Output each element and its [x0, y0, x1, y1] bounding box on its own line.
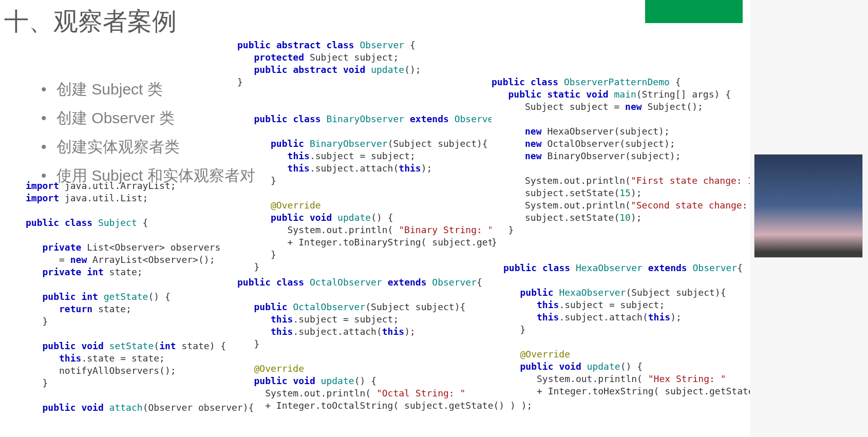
bullet-item: 创建 Observer 类 — [41, 104, 255, 132]
accent-bar — [645, 0, 743, 23]
code-octal: public class OctalObserver extends Obser… — [237, 276, 532, 412]
bullet-item: 创建 Subject 类 — [41, 75, 255, 104]
bullet-item: 创建实体观察者类 — [41, 132, 255, 161]
code-subject: import java.util.ArrayList; import java.… — [26, 180, 254, 414]
slide-title: 十、观察者案例 — [4, 5, 177, 38]
code-demo: public class ObserverPatternDemo { publi… — [492, 76, 785, 249]
side-image — [754, 154, 863, 258]
slide: 十、观察者案例 创建 Subject 类 创建 Observer 类 创建实体观… — [0, 0, 750, 437]
bullet-list: 创建 Subject 类 创建 Observer 类 创建实体观察者类 使用 S… — [21, 75, 255, 190]
code-observer: public abstract class Observer { protect… — [237, 39, 510, 273]
